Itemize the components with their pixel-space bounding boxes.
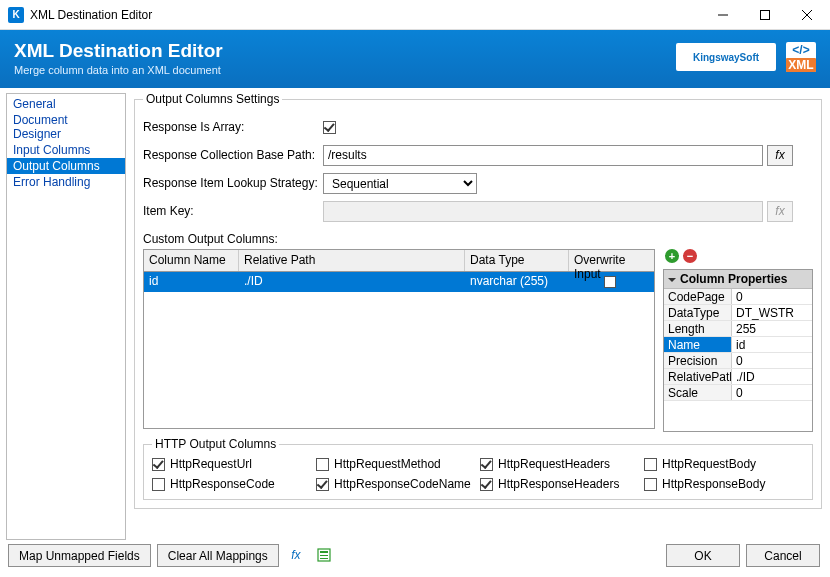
item-key-input xyxy=(323,201,763,222)
http-response-body-checkbox[interactable]: HttpResponseBody xyxy=(644,477,804,491)
table-row[interactable]: id ./ID nvarchar (255) xyxy=(144,272,654,292)
grid-header-data-type[interactable]: Data Type xyxy=(465,250,569,271)
collection-base-path-input[interactable] xyxy=(323,145,763,166)
lookup-strategy-select[interactable]: Sequential xyxy=(323,173,477,194)
sidebar-item-error-handling[interactable]: Error Handling xyxy=(7,174,125,190)
brand-area: KingswaySoft </> XML xyxy=(676,42,816,72)
custom-output-columns-label: Custom Output Columns: xyxy=(143,232,813,246)
svg-rect-1 xyxy=(761,10,770,19)
grid-header-overwrite-input[interactable]: Overwrite Input xyxy=(569,250,651,271)
http-legend: HTTP Output Columns xyxy=(152,437,279,451)
fx-toolbar-icon[interactable]: fx xyxy=(285,544,307,566)
http-request-url-checkbox[interactable]: HttpRequestUrl xyxy=(152,457,312,471)
http-response-headers-checkbox[interactable]: HttpResponseHeaders xyxy=(480,477,640,491)
svg-rect-6 xyxy=(320,555,328,556)
cancel-button[interactable]: Cancel xyxy=(746,544,820,567)
app-icon: K xyxy=(8,7,24,23)
ok-button[interactable]: OK xyxy=(666,544,740,567)
http-response-code-checkbox[interactable]: HttpResponseCode xyxy=(152,477,312,491)
svg-rect-5 xyxy=(320,551,328,553)
grid-header-relative-path[interactable]: Relative Path xyxy=(239,250,465,271)
lookup-strategy-label: Response Item Lookup Strategy: xyxy=(143,176,323,190)
close-button[interactable] xyxy=(786,1,828,29)
sidebar-item-general[interactable]: General xyxy=(7,96,125,112)
property-row: Nameid xyxy=(664,337,812,353)
minimize-button[interactable] xyxy=(702,1,744,29)
http-request-method-checkbox[interactable]: HttpRequestMethod xyxy=(316,457,476,471)
cell-relative-path[interactable]: ./ID xyxy=(239,272,465,292)
sidebar-item-output-columns[interactable]: Output Columns xyxy=(7,158,125,174)
clear-all-mappings-button[interactable]: Clear All Mappings xyxy=(157,544,279,567)
preview-toolbar-icon[interactable] xyxy=(313,544,335,566)
cell-overwrite-input[interactable] xyxy=(569,272,651,292)
property-row: CodePage0 xyxy=(664,289,812,305)
window-title: XML Destination Editor xyxy=(30,8,702,22)
header-banner: XML Destination Editor Merge column data… xyxy=(0,30,830,88)
item-key-label: Item Key: xyxy=(143,204,323,218)
collection-base-path-fx-button[interactable]: fx xyxy=(767,145,793,166)
kingswaysoft-logo: KingswaySoft xyxy=(676,43,776,71)
sidebar: General Document Designer Input Columns … xyxy=(6,93,126,540)
properties-header[interactable]: Column Properties xyxy=(664,270,812,289)
collection-base-path-label: Response Collection Base Path: xyxy=(143,148,323,162)
http-output-columns-group: HTTP Output Columns HttpRequestUrl HttpR… xyxy=(143,437,813,500)
maximize-button[interactable] xyxy=(744,1,786,29)
grid-header: Column Name Relative Path Data Type Over… xyxy=(144,250,654,272)
add-column-button[interactable]: + xyxy=(665,249,679,263)
item-key-fx-button: fx xyxy=(767,201,793,222)
property-row: RelativePath./ID xyxy=(664,369,812,385)
http-request-body-checkbox[interactable]: HttpRequestBody xyxy=(644,457,804,471)
property-row: Scale0 xyxy=(664,385,812,401)
svg-rect-7 xyxy=(320,558,328,559)
http-request-headers-checkbox[interactable]: HttpRequestHeaders xyxy=(480,457,640,471)
property-row: DataTypeDT_WSTR xyxy=(664,305,812,321)
grid-header-column-name[interactable]: Column Name xyxy=(144,250,239,271)
http-response-code-name-checkbox[interactable]: HttpResponseCodeName xyxy=(316,477,476,491)
collapse-icon[interactable] xyxy=(668,278,676,282)
output-columns-settings-group: Output Columns Settings Response Is Arra… xyxy=(134,92,822,509)
sidebar-item-document-designer[interactable]: Document Designer xyxy=(7,112,125,142)
cell-data-type[interactable]: nvarchar (255) xyxy=(465,272,569,292)
column-properties-grid[interactable]: Column Properties CodePage0 DataTypeDT_W… xyxy=(663,269,813,432)
cell-column-name[interactable]: id xyxy=(144,272,239,292)
xml-icon: </> XML xyxy=(786,42,816,72)
response-is-array-checkbox[interactable] xyxy=(323,121,336,134)
property-row: Precision0 xyxy=(664,353,812,369)
map-unmapped-fields-button[interactable]: Map Unmapped Fields xyxy=(8,544,151,567)
settings-legend: Output Columns Settings xyxy=(143,92,282,106)
titlebar: K XML Destination Editor xyxy=(0,0,830,30)
footer: Map Unmapped Fields Clear All Mappings f… xyxy=(0,540,830,574)
response-is-array-label: Response Is Array: xyxy=(143,120,323,134)
sidebar-item-input-columns[interactable]: Input Columns xyxy=(7,142,125,158)
overwrite-input-checkbox[interactable] xyxy=(604,276,616,288)
remove-column-button[interactable]: − xyxy=(683,249,697,263)
custom-columns-grid[interactable]: Column Name Relative Path Data Type Over… xyxy=(143,249,655,429)
property-row: Length255 xyxy=(664,321,812,337)
